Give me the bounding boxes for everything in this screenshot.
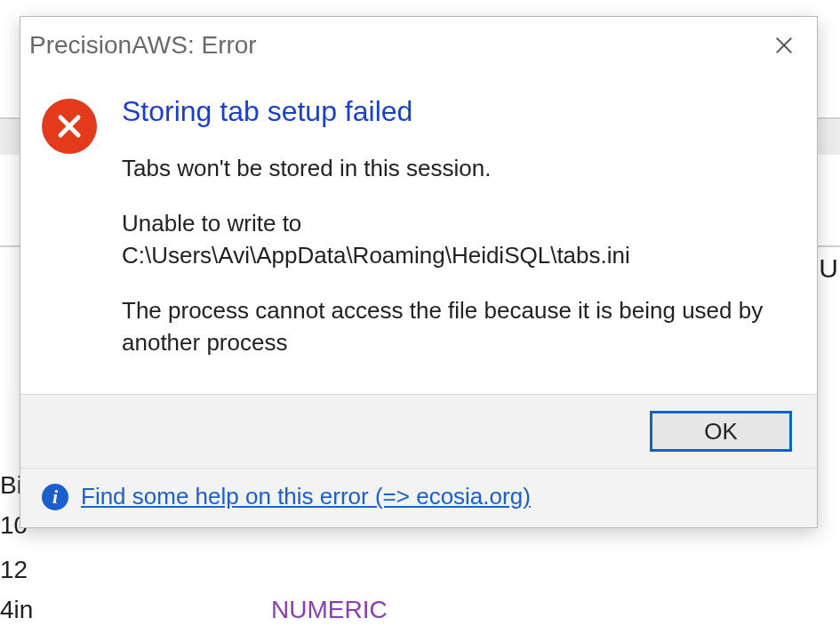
- error-body: Tabs won't be stored in this session. Un…: [122, 153, 792, 358]
- dialog-content: Storing tab setup failed Tabs won't be s…: [20, 70, 817, 394]
- dialog-titlebar: PrecisionAWS: Error: [20, 17, 817, 70]
- close-button[interactable]: [771, 32, 797, 59]
- error-line-part: Unable to write to: [122, 210, 301, 237]
- error-path: C:\Users\Avi\AppData\Roaming\HeidiSQL\ta…: [122, 242, 630, 269]
- ok-button[interactable]: OK: [650, 411, 792, 452]
- info-icon: i: [42, 484, 68, 510]
- bg-text: 12: [0, 556, 28, 584]
- help-link[interactable]: Find some help on this error (=> ecosia.…: [81, 483, 531, 511]
- error-line: The process cannot access the file becau…: [122, 295, 792, 359]
- error-line: Tabs won't be stored in this session.: [122, 153, 792, 185]
- icon-column: [42, 95, 122, 154]
- bg-text: NUMERIC: [271, 596, 388, 624]
- error-dialog: PrecisionAWS: Error Storing tab setup fa…: [20, 16, 818, 528]
- error-headline: Storing tab setup failed: [122, 95, 792, 128]
- error-line: Unable to write to C:\Users\Avi\AppData\…: [122, 208, 792, 272]
- dialog-title: PrecisionAWS: Error: [29, 31, 257, 60]
- dialog-footer: i Find some help on this error (=> ecosi…: [20, 468, 817, 527]
- error-icon: [42, 99, 97, 154]
- close-icon: [774, 36, 794, 55]
- bg-text: U: [819, 253, 838, 284]
- bg-text: 4in: [0, 596, 33, 624]
- dialog-button-row: OK: [20, 394, 817, 468]
- text-column: Storing tab setup failed Tabs won't be s…: [122, 95, 792, 364]
